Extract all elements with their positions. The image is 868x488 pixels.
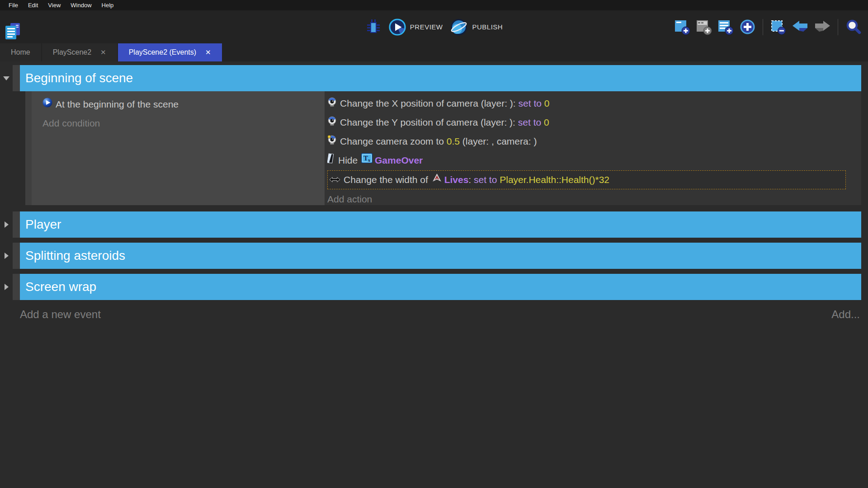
event-drag-handle[interactable] xyxy=(13,243,20,269)
action-row-hide-gameover[interactable]: Hide T x GameOver xyxy=(327,151,861,170)
collapse-toggle[interactable] xyxy=(0,65,13,91)
text-object-icon: T x xyxy=(361,151,373,169)
chevron-right-icon xyxy=(5,253,9,259)
event-group-splitting-asteroids: Splitting asteroids xyxy=(0,243,861,269)
action-row-camera-y[interactable]: Change the Y position of camera (layer: … xyxy=(327,113,861,132)
collapse-toggle[interactable] xyxy=(0,211,13,238)
svg-text:T: T xyxy=(363,155,368,162)
lives-ship-icon xyxy=(432,170,442,188)
menu-edit[interactable]: Edit xyxy=(23,2,43,9)
tab-label: PlayScene2 (Events) xyxy=(129,48,196,56)
event-group-beginning: Beginning of scene xyxy=(0,65,861,91)
collapse-toggle[interactable] xyxy=(0,274,13,300)
undo-icon[interactable] xyxy=(792,20,809,34)
event-group-screen-wrap: Screen wrap xyxy=(0,274,861,300)
add-comment-icon[interactable] xyxy=(717,19,734,35)
search-icon[interactable] xyxy=(845,19,862,35)
debugger-icon[interactable] xyxy=(365,19,382,36)
menu-bar: File Edit View Window Help xyxy=(0,0,868,10)
events-footer: Add a new event Add... xyxy=(20,308,860,321)
publish-globe-icon xyxy=(450,18,468,36)
add-subevent-icon[interactable] xyxy=(696,19,712,35)
add-extension-icon[interactable] xyxy=(739,19,756,35)
events-sheet: Beginning of scene At the beginning of t… xyxy=(0,61,868,321)
event-drag-handle[interactable] xyxy=(13,274,20,300)
toolbar-separator xyxy=(763,19,763,35)
toolbar-separator xyxy=(838,19,838,35)
action-row-camera-zoom[interactable]: Change camera zoom to 0.5 (layer: , came… xyxy=(327,132,861,151)
preview-play-icon xyxy=(389,19,406,36)
action-row-change-width-selected[interactable]: Change the width of Lives: set to Player… xyxy=(327,170,846,189)
group-title: Splitting asteroids xyxy=(25,249,125,263)
tab-playscene2-events[interactable]: PlayScene2 (Events) ✕ xyxy=(118,43,222,61)
publish-button[interactable]: PUBLISH xyxy=(450,18,503,36)
group-title-bar[interactable]: Screen wrap xyxy=(20,274,861,300)
event-drag-handle[interactable] xyxy=(13,65,20,91)
main-toolbar: PREVIEW PUBLISH xyxy=(0,10,868,43)
tab-strip: Home PlayScene2 ✕ PlayScene2 (Events) ✕ xyxy=(0,43,868,61)
condition-row[interactable]: At the beginning of the scene xyxy=(42,95,325,114)
camera-icon xyxy=(327,94,337,113)
chevron-right-icon xyxy=(5,284,9,290)
group-title: Screen wrap xyxy=(25,280,96,294)
actions-panel[interactable]: Change the X position of camera (layer: … xyxy=(325,91,861,205)
add-more-button[interactable]: Add... xyxy=(831,308,860,321)
event-drag-handle[interactable] xyxy=(13,211,20,238)
delete-selection-icon[interactable] xyxy=(770,19,787,35)
action-row-camera-x[interactable]: Change the X position of camera (layer: … xyxy=(327,94,861,113)
close-tab-icon[interactable]: ✕ xyxy=(100,48,106,56)
publish-label: PUBLISH xyxy=(472,23,503,31)
menu-help[interactable]: Help xyxy=(97,2,119,9)
group-title-bar[interactable]: Beginning of scene xyxy=(20,65,861,91)
toolbar-right-group xyxy=(674,10,862,43)
redo-icon[interactable] xyxy=(814,20,831,34)
tab-playscene2[interactable]: PlayScene2 ✕ xyxy=(42,43,117,61)
event-drag-handle[interactable] xyxy=(25,91,32,205)
close-tab-icon[interactable]: ✕ xyxy=(205,48,211,56)
group-title: Player xyxy=(25,217,61,232)
tab-label: PlayScene2 xyxy=(53,48,91,56)
condition-text: At the beginning of the scene xyxy=(56,99,179,109)
menu-file[interactable]: File xyxy=(4,2,23,9)
menu-view[interactable]: View xyxy=(43,2,66,9)
tab-home[interactable]: Home xyxy=(0,43,41,61)
svg-text:x: x xyxy=(368,158,371,163)
event-body: At the beginning of the scene Add condit… xyxy=(25,91,861,205)
add-event-icon[interactable] xyxy=(674,19,691,35)
event-group-player: Player xyxy=(0,211,861,238)
tab-label: Home xyxy=(11,48,30,56)
conditions-panel[interactable]: At the beginning of the scene Add condit… xyxy=(32,91,325,205)
hide-object-icon xyxy=(327,151,335,170)
resize-width-icon xyxy=(329,171,340,189)
group-title: Beginning of scene xyxy=(25,71,133,85)
chevron-right-icon xyxy=(5,221,9,228)
collapse-toggle[interactable] xyxy=(0,243,13,269)
group-title-bar[interactable]: Splitting asteroids xyxy=(20,243,861,269)
preview-button[interactable]: PREVIEW xyxy=(389,19,443,36)
add-condition-button[interactable]: Add condition xyxy=(42,114,325,133)
preview-label: PREVIEW xyxy=(410,23,443,31)
add-new-event-button[interactable]: Add a new event xyxy=(20,308,101,321)
group-title-bar[interactable]: Player xyxy=(20,211,861,238)
chevron-down-icon xyxy=(3,76,9,80)
camera-icon xyxy=(327,113,337,132)
scene-start-icon xyxy=(42,95,52,114)
add-action-button[interactable]: Add action xyxy=(327,190,861,209)
camera-zoom-icon xyxy=(327,132,337,151)
menu-window[interactable]: Window xyxy=(66,2,96,9)
